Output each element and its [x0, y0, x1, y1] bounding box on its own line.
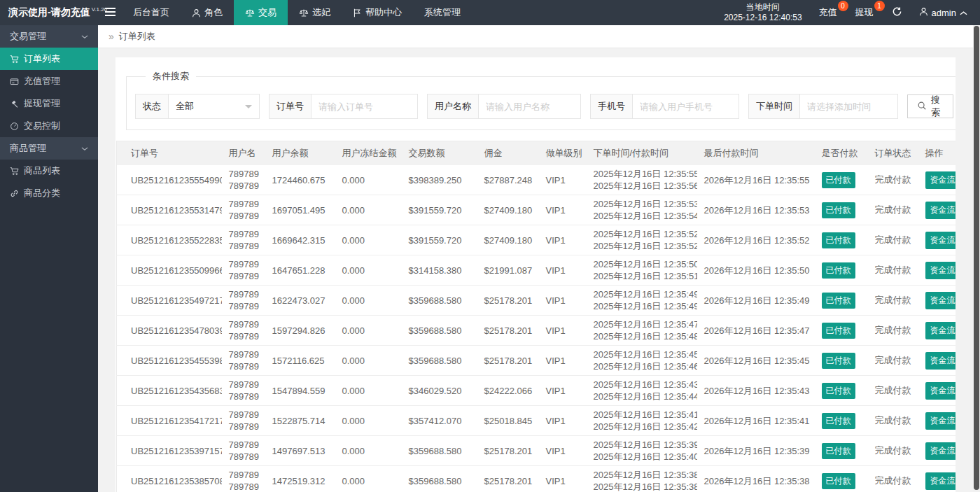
topbar-right: 当地时间 2025-12-16 12:40:53 充值 0 提现 1 admin — [714, 0, 980, 25]
cell-level: VIP1 — [539, 316, 587, 346]
cell-balance: 1597294.826 — [265, 316, 335, 346]
order-time-input[interactable] — [800, 94, 898, 119]
sidebar-item-label: 商品列表 — [24, 164, 60, 177]
cell-status: 完成付款 — [868, 286, 918, 316]
phone-input[interactable] — [633, 94, 739, 119]
fund-flow-button[interactable]: 资金流水 — [925, 232, 956, 249]
cell-last-pay-time: 2026年12月16日 12:35:45 — [697, 346, 815, 376]
sidebar-item-withdraw[interactable]: 提现管理 — [0, 92, 98, 115]
cell-action: 资金流水 — [918, 436, 956, 466]
sidebar-item-recharge[interactable]: 充值管理 — [0, 70, 98, 92]
search-button[interactable]: 搜索 — [907, 94, 953, 118]
cell-order-times: 2025年12月16日 12:35:392025年12月16日 12:35:40 — [587, 436, 697, 466]
cell-order-times: 2025年12月16日 12:35:552025年12月16日 12:35:56 — [587, 165, 697, 195]
breadcrumb: » 订单列表 — [98, 25, 973, 48]
cart-icon — [10, 167, 19, 176]
nav-item-role[interactable]: 角色 — [181, 0, 234, 25]
fund-flow-button[interactable]: 资金流水 — [925, 352, 956, 370]
phone-filter: 手机号 — [590, 94, 739, 119]
cell-action: 资金流水 — [918, 195, 956, 225]
fund-flow-button[interactable]: 资金流水 — [925, 442, 956, 460]
sidebar-item-trade-control[interactable]: 交易控制 — [0, 115, 98, 137]
cell-username: 789789789789 — [222, 376, 265, 406]
menu-toggle-button[interactable] — [98, 0, 122, 25]
paid-badge: 已付款 — [822, 413, 855, 429]
cell-amount: $359688.580 — [402, 316, 477, 346]
nav-label: 后台首页 — [133, 6, 169, 19]
search-row: 状态 全部 订单号 用户名称 手机 — [135, 94, 953, 119]
paid-badge: 已付款 — [822, 353, 855, 369]
cell-action: 资金流水 — [918, 165, 956, 195]
fund-flow-button[interactable]: 资金流水 — [925, 472, 956, 490]
cell-username: 789789789789 — [222, 195, 265, 225]
cell-username: 789789789789 — [222, 225, 265, 255]
table-row: UB2512161235417217 789789789789 1522875.… — [117, 406, 956, 436]
fund-flow-button[interactable]: 资金流水 — [925, 202, 956, 219]
nav-item-trade[interactable]: 交易 — [234, 0, 288, 25]
cell-username: 789789789789 — [222, 255, 265, 286]
sidebar-item-label: 提现管理 — [24, 97, 60, 110]
cell-level: VIP1 — [539, 376, 587, 406]
fund-flow-button[interactable]: 资金流水 — [925, 322, 956, 339]
cell-commission: $25178.201 — [477, 346, 539, 376]
cell-level: VIP1 — [539, 195, 587, 225]
breadcrumb-label: 订单列表 — [119, 30, 155, 43]
sidebar-item-order-list[interactable]: 订单列表 — [0, 48, 98, 70]
cell-paid: 已付款 — [815, 225, 868, 255]
cell-order-times: 2025年12月16日 12:35:382025年12月16日 12:35:38 — [587, 466, 697, 492]
recharge-link[interactable]: 充值 0 — [819, 6, 837, 19]
user-name-input[interactable] — [479, 94, 581, 119]
gauge-icon — [10, 122, 19, 131]
cell-paid: 已付款 — [815, 376, 868, 406]
paid-badge: 已付款 — [822, 383, 855, 399]
nav-item-system[interactable]: 系统管理 — [413, 0, 472, 25]
cell-order-no: UB2512161235435683 — [117, 376, 222, 406]
nav-label: 角色 — [204, 6, 223, 19]
withdraw-link[interactable]: 提现 1 — [855, 6, 874, 19]
cell-order-times: 2025年12月16日 12:35:492025年12月16日 12:35:49 — [587, 286, 697, 316]
nav-item-xuanfei[interactable]: 选妃 — [288, 0, 342, 25]
scrollbar-thumb[interactable] — [974, 26, 979, 490]
sidebar-item-goods-list[interactable]: 商品列表 — [0, 160, 98, 182]
fund-flow-button[interactable]: 资金流水 — [925, 292, 956, 309]
cell-commission: $25178.201 — [477, 436, 539, 466]
status-filter: 状态 全部 — [135, 94, 260, 119]
withdraw-count-badge: 1 — [874, 1, 885, 11]
cell-order-no: UB2512161235397157 — [117, 436, 222, 466]
cell-last-pay-time: 2026年12月16日 12:35:49 — [697, 286, 815, 316]
col-action: 操作 — [918, 141, 956, 166]
sidebar-item-label: 订单列表 — [24, 52, 60, 65]
cell-order-no: UB2512161235554990 — [117, 165, 222, 195]
sidebar-item-label: 充值管理 — [24, 75, 60, 87]
sidebar-group-goods[interactable]: 商品管理 — [0, 137, 98, 160]
refresh-button[interactable] — [892, 6, 902, 20]
nav-item-help[interactable]: 帮助中心 — [342, 0, 413, 25]
app-version: V.1.26 — [92, 6, 107, 13]
table-row: UB2512161235509966 789789789789 1647651.… — [117, 255, 956, 286]
nav-label: 交易 — [258, 6, 276, 19]
fund-flow-button[interactable]: 资金流水 — [925, 382, 956, 400]
search-panel: 条件搜索 状态 全部 订单号 用户名称 — [126, 70, 955, 130]
cell-last-pay-time: 2026年12月16日 12:35:50 — [697, 255, 815, 286]
admin-menu[interactable]: admin — [912, 7, 980, 18]
sidebar-group-trade[interactable]: 交易管理 — [0, 25, 98, 48]
fund-flow-button[interactable]: 资金流水 — [925, 262, 956, 279]
fund-flow-button[interactable]: 资金流水 — [925, 412, 956, 430]
cell-balance: 1547894.559 — [265, 376, 335, 406]
user-icon — [919, 7, 928, 18]
order-no-input[interactable] — [312, 94, 418, 119]
vertical-scrollbar[interactable] — [973, 25, 980, 492]
cell-frozen: 0.000 — [335, 406, 402, 436]
sidebar-item-goods-category[interactable]: 商品分类 — [0, 182, 98, 204]
order-time-label: 下单时间 — [748, 94, 800, 119]
status-select[interactable]: 全部 — [169, 94, 260, 119]
paid-badge: 已付款 — [822, 172, 855, 188]
local-time: 当地时间 2025-12-16 12:40:53 — [714, 2, 811, 23]
cell-last-pay-time: 2026年12月16日 12:35:39 — [697, 436, 815, 466]
nav-label: 选妃 — [312, 6, 330, 19]
cell-balance: 1647651.228 — [265, 255, 335, 286]
fund-flow-button[interactable]: 资金流水 — [925, 171, 956, 189]
nav-item-home[interactable]: 后台首页 — [122, 0, 181, 25]
cell-last-pay-time: 2026年12月16日 12:35:47 — [697, 316, 815, 346]
cell-commission: $25178.201 — [477, 316, 539, 346]
